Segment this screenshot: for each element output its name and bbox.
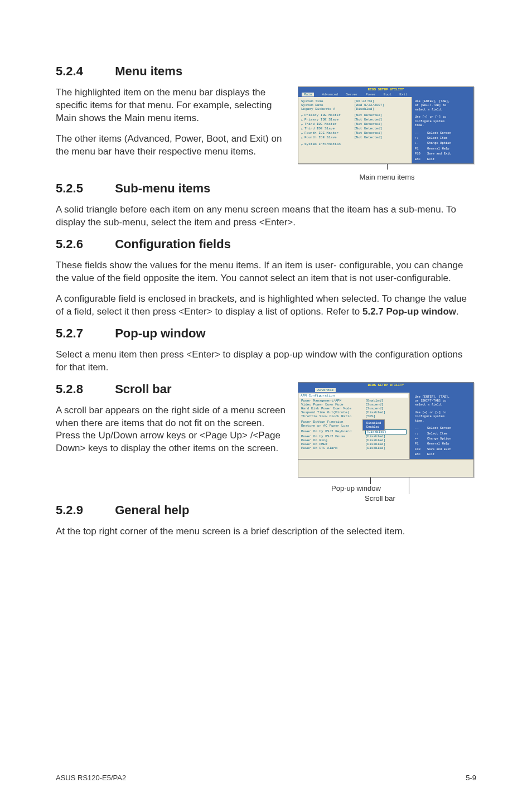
row-528: 5.2.8 Scroll bar A scroll bar appears on… [56,382,476,503]
bios-fig1: BIOS SETUP UTILITY Main Advanced Server … [298,86,474,164]
footer-right: 5-9 [466,774,476,782]
bios1-row-legacy[interactable]: Legacy Diskette A[Disabled] [301,107,409,111]
para-524a: The highlighted item on the menu bar dis… [56,86,288,125]
bios2-row-2[interactable]: Hard Disk Power Down Mode[Suspend] [301,407,407,410]
bios1-menubar: Main Advanced Server Power Boot Exit [298,92,473,97]
heading-524-num: 5.2.4 [56,64,112,79]
col-text-528: 5.2.8 Scroll bar A scroll bar appears on… [56,382,288,503]
bios2-header: APM Configuration [299,394,408,398]
para-528: A scroll bar appears on the right side o… [56,404,288,456]
fig1-caption: Main menu items [298,173,476,181]
bios1-left: System Time[06:22:54] System Date[Wed 8/… [298,97,412,163]
bios2-row3-3[interactable]: Power On PME#[Disabled] [301,442,407,446]
fig2-caption-scroll: Scroll bar [365,494,395,503]
para-529: At the top right corner of the menu scre… [56,525,476,538]
bios2-body: APM Configuration Power Management/APM[E… [298,393,473,459]
row-524: The highlighted item on the menu bar dis… [56,86,476,181]
bios1-help: Use [ENTER], [TAB], or [SHIFT-TAB] to se… [412,97,473,163]
heading-529: 5.2.9 General help [56,503,476,518]
bios2-row-3[interactable]: Suspend Time Out(Minute)[Disabled] [301,410,407,414]
bios2-row3-1[interactable]: Power On by PS/2 Mouse[Disabled] [301,434,407,438]
bios1-row-sysdate[interactable]: System Date[Wed 8/22/2007] [301,103,409,107]
bios2-menubar: Advanced [298,388,473,393]
heading-525: 5.2.5 Sub-menu items [56,181,476,196]
bios2-help: Use [ENTER], [TAB], or [SHIFT-TAB] to se… [412,393,473,459]
bios2-row3-2[interactable]: Power On Ring[Disabled] [301,438,407,442]
pointer-line [370,477,371,484]
bios2-row-1[interactable]: Video Power Down Mode[Suspend] [301,403,407,407]
fig2-caption-popup: Pop-up window [331,484,381,492]
heading-526: 5.2.6 Configuration fields [56,237,476,252]
heading-524: 5.2.4 Menu items [56,64,476,79]
bios2-title: BIOS SETUP UTILITY [298,383,473,388]
col-text-524: The highlighted item on the menu bar dis… [56,86,288,181]
bios2-row3-0[interactable]: Power On by PS/2 Keyboard[Disabled] [301,429,407,434]
bios2-popup[interactable]: Disabled Enabled [362,419,385,431]
para-527: Select a menu item then press <Enter> to… [56,349,476,374]
bios1-sub-0[interactable]: ▸Primary IDE Master[Not Detected] [301,113,409,118]
bios1-sysinfo[interactable]: ▸System Information [301,142,409,147]
bios1-tab-advanced[interactable]: Advanced [322,93,338,96]
bios2-left: APM Configuration Power Management/APM[E… [298,393,410,459]
para-525: A solid triangle before each item on any… [56,204,476,229]
bios1-body: System Time[06:22:54] System Date[Wed 8/… [298,97,473,163]
page: 5.2.4 Menu items The highlighted item on… [0,0,532,802]
bios2-bottom [298,459,473,477]
bios-fig2: BIOS SETUP UTILITY Advanced APM Configur… [298,382,474,503]
pointer-line [409,477,409,494]
popup-opt-enabled[interactable]: Enabled [366,425,381,429]
bios1-tab-server[interactable]: Server [346,93,358,96]
bios1-sub-2[interactable]: ▸Third IDE Master[Not Detected] [301,122,409,127]
bios1-sub-1[interactable]: ▸Primary IDE Slave[Not Detected] [301,118,409,122]
bios2-row3-4[interactable]: Power On RTC Alarm[Disabled] [301,446,407,450]
col-fig-528: BIOS SETUP UTILITY Advanced APM Configur… [298,382,476,503]
bios1-row-systime[interactable]: System Time[06:22:54] [301,99,409,103]
heading-528: 5.2.8 Scroll bar [56,382,288,397]
bios1-tab-exit[interactable]: Exit [399,93,407,96]
bios2-row-0[interactable]: Power Management/APM[Enabled] [301,399,407,403]
bios1-sub-4[interactable]: ▸Fourth IDE Master[Not Detected] [301,131,409,136]
heading-527: 5.2.7 Pop-up window [56,326,476,341]
bios2-row2-1[interactable]: Restore on AC Power Loss [301,424,407,428]
para-526a: These fields show the values for the men… [56,259,476,285]
bios2-row-4[interactable]: Throttle Slow Clock Ratio[50%] [301,414,407,418]
para-526b: A configurable field is enclosed in brac… [56,293,476,318]
popup-opt-disabled[interactable]: Disabled [366,421,381,425]
bios1-title: BIOS SETUP UTILITY [298,87,473,92]
bios1-tab-main[interactable]: Main [302,93,314,96]
pointer-line [387,164,388,170]
bios2-tab-advanced[interactable]: Advanced [315,388,336,392]
col-fig-524: BIOS SETUP UTILITY Main Advanced Server … [298,86,476,181]
bios1-tab-boot[interactable]: Boot [384,93,391,96]
para-524b: The other items (Advanced, Power, Boot, … [56,133,288,158]
bios2-row2-0[interactable]: Power Button Function [301,420,407,424]
bios1-sub-3[interactable]: ▸Third IDE Slave[Not Detected] [301,127,409,131]
bios1-sub-5[interactable]: ▸Fourth IDE Slave[Not Detected] [301,136,409,140]
footer-left: ASUS RS120-E5/PA2 [56,774,126,782]
heading-524-title: Menu items [115,64,182,78]
bios1-tab-power[interactable]: Power [366,93,376,96]
page-footer: ASUS RS120-E5/PA2 5-9 [56,773,476,782]
